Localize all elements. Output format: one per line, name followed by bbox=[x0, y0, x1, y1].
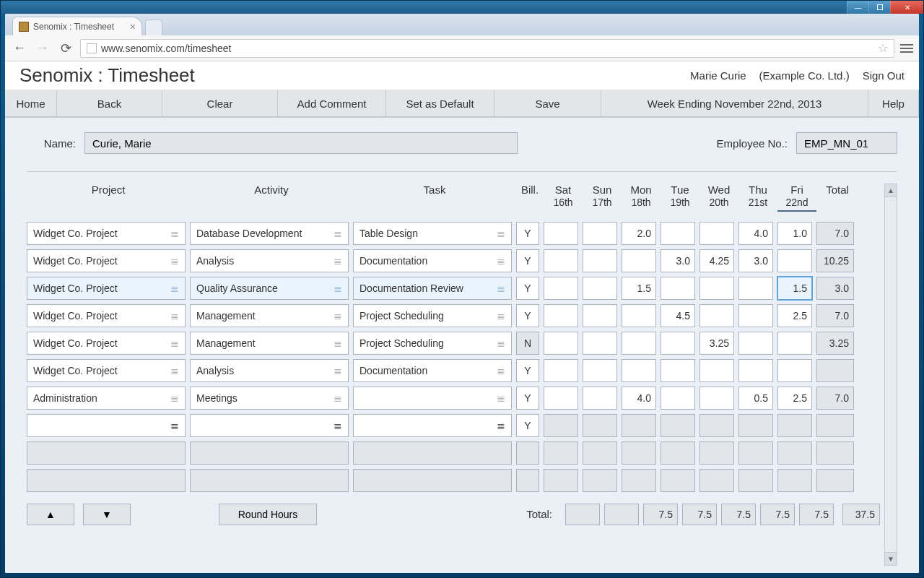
back-button[interactable]: Back bbox=[57, 90, 162, 117]
hours-cell[interactable]: 4.5 bbox=[661, 304, 695, 327]
help-button[interactable]: Help bbox=[868, 90, 919, 117]
activity-cell[interactable]: Quality Assurance≣ bbox=[190, 277, 349, 300]
scroll-down-icon[interactable]: ▼ bbox=[885, 552, 897, 565]
list-picker-icon[interactable]: ≣ bbox=[334, 255, 342, 267]
task-cell[interactable]: ≣ bbox=[353, 387, 512, 410]
list-picker-icon[interactable]: ≣ bbox=[497, 310, 505, 322]
bookmark-icon[interactable]: ☆ bbox=[878, 41, 888, 55]
project-cell[interactable]: Widget Co. Project≣ bbox=[27, 359, 186, 382]
task-cell[interactable]: Documentation Review≣ bbox=[353, 277, 512, 300]
round-hours-button[interactable]: Round Hours bbox=[219, 504, 317, 525]
hours-cell[interactable] bbox=[544, 414, 578, 437]
list-picker-icon[interactable]: ≣ bbox=[497, 420, 505, 431]
hours-cell[interactable] bbox=[583, 304, 617, 327]
project-cell[interactable]: Widget Co. Project≣ bbox=[27, 304, 186, 327]
task-cell[interactable]: ≣ bbox=[353, 414, 512, 437]
hours-cell[interactable] bbox=[544, 249, 578, 272]
hours-cell[interactable] bbox=[699, 359, 734, 382]
browser-tab[interactable]: Senomix : Timesheet × bbox=[12, 17, 142, 35]
hours-cell[interactable] bbox=[699, 414, 734, 437]
list-picker-icon[interactable]: ≣ bbox=[497, 255, 505, 267]
hours-cell[interactable] bbox=[699, 277, 734, 300]
list-picker-icon[interactable]: ≣ bbox=[497, 365, 505, 376]
clear-button[interactable]: Clear bbox=[162, 90, 278, 117]
forward-nav-button[interactable]: → bbox=[34, 40, 51, 57]
hours-cell[interactable]: 3.25 bbox=[699, 332, 734, 355]
activity-cell[interactable]: Meetings≣ bbox=[190, 387, 349, 410]
hours-cell[interactable] bbox=[738, 304, 773, 327]
activity-cell[interactable]: Management≣ bbox=[190, 332, 349, 355]
hours-cell[interactable]: 4.25 bbox=[699, 249, 734, 272]
hours-cell[interactable]: 3.0 bbox=[661, 249, 695, 272]
tab-close-icon[interactable]: × bbox=[130, 21, 136, 33]
list-picker-icon[interactable]: ≣ bbox=[334, 228, 342, 239]
employee-no-field[interactable] bbox=[796, 132, 897, 154]
hours-cell[interactable] bbox=[622, 249, 656, 272]
hours-cell[interactable]: 1.5 bbox=[622, 277, 656, 300]
browser-menu-icon[interactable] bbox=[900, 44, 913, 53]
minimize-button[interactable]: — bbox=[847, 1, 868, 14]
hours-cell[interactable] bbox=[777, 359, 812, 382]
list-picker-icon[interactable]: ≣ bbox=[170, 255, 179, 267]
hours-cell[interactable] bbox=[583, 222, 617, 245]
hours-cell[interactable]: 2.5 bbox=[777, 304, 812, 327]
hours-cell[interactable] bbox=[738, 414, 773, 437]
save-button[interactable]: Save bbox=[494, 90, 601, 117]
hours-cell[interactable]: 1.0 bbox=[777, 222, 812, 245]
hours-cell[interactable] bbox=[699, 387, 734, 410]
hours-cell[interactable] bbox=[622, 414, 656, 437]
project-cell[interactable]: Widget Co. Project≣ bbox=[27, 332, 186, 355]
vertical-scrollbar[interactable]: ▲ ▼ bbox=[884, 184, 897, 566]
list-picker-icon[interactable]: ≣ bbox=[170, 337, 179, 349]
list-picker-icon[interactable]: ≣ bbox=[497, 337, 505, 349]
list-picker-icon[interactable]: ≣ bbox=[334, 420, 342, 431]
hours-cell[interactable] bbox=[738, 332, 773, 355]
hours-cell[interactable]: 2.5 bbox=[777, 387, 812, 410]
home-button[interactable]: Home bbox=[5, 90, 57, 117]
reload-button[interactable]: ⟳ bbox=[57, 40, 74, 57]
billable-cell[interactable]: Y bbox=[516, 277, 539, 300]
list-picker-icon[interactable]: ≣ bbox=[170, 365, 179, 376]
hours-cell[interactable]: 2.0 bbox=[622, 222, 656, 245]
task-cell[interactable]: Table Design≣ bbox=[353, 222, 512, 245]
list-picker-icon[interactable]: ≣ bbox=[334, 282, 342, 294]
billable-cell[interactable]: Y bbox=[516, 249, 539, 272]
hours-cell[interactable] bbox=[583, 387, 617, 410]
activity-cell[interactable]: Analysis≣ bbox=[190, 359, 349, 382]
scroll-up-icon[interactable]: ▲ bbox=[885, 184, 897, 197]
list-picker-icon[interactable]: ≣ bbox=[497, 228, 505, 239]
list-picker-icon[interactable]: ≣ bbox=[170, 310, 179, 322]
close-button[interactable]: ✕ bbox=[890, 1, 923, 14]
hours-cell[interactable]: 0.5 bbox=[738, 387, 773, 410]
billable-cell[interactable]: Y bbox=[516, 222, 539, 245]
project-cell[interactable]: ≣ bbox=[27, 414, 186, 437]
task-cell[interactable]: Documentation≣ bbox=[353, 249, 512, 272]
hours-cell[interactable] bbox=[583, 277, 617, 300]
billable-cell[interactable]: N bbox=[516, 332, 539, 355]
list-picker-icon[interactable]: ≣ bbox=[497, 392, 505, 404]
hours-cell[interactable] bbox=[583, 332, 617, 355]
activity-cell[interactable]: Management≣ bbox=[190, 304, 349, 327]
address-bar[interactable]: www.senomix.com/timesheet ☆ bbox=[80, 39, 894, 58]
hours-cell[interactable] bbox=[661, 359, 695, 382]
list-picker-icon[interactable]: ≣ bbox=[170, 282, 179, 294]
new-tab-button[interactable] bbox=[145, 20, 162, 35]
hours-cell[interactable] bbox=[661, 222, 695, 245]
add-comment-button[interactable]: Add Comment bbox=[278, 90, 386, 117]
week-ending-button[interactable]: Week Ending November 22nd, 2013 bbox=[601, 90, 868, 117]
hours-cell[interactable] bbox=[661, 387, 695, 410]
hours-cell[interactable] bbox=[622, 332, 656, 355]
hours-cell[interactable] bbox=[777, 414, 812, 437]
hours-cell[interactable] bbox=[544, 332, 578, 355]
billable-cell[interactable]: Y bbox=[516, 414, 539, 437]
hours-cell[interactable] bbox=[661, 332, 695, 355]
hours-cell[interactable]: 1.5 bbox=[777, 277, 812, 300]
hours-cell[interactable] bbox=[622, 359, 656, 382]
hours-cell[interactable] bbox=[583, 414, 617, 437]
row-up-button[interactable]: ▲ bbox=[27, 504, 74, 525]
hours-cell[interactable] bbox=[661, 414, 695, 437]
hours-cell[interactable] bbox=[777, 332, 812, 355]
hours-cell[interactable]: 4.0 bbox=[738, 222, 773, 245]
list-picker-icon[interactable]: ≣ bbox=[170, 420, 179, 431]
hours-cell[interactable]: 4.0 bbox=[622, 387, 656, 410]
